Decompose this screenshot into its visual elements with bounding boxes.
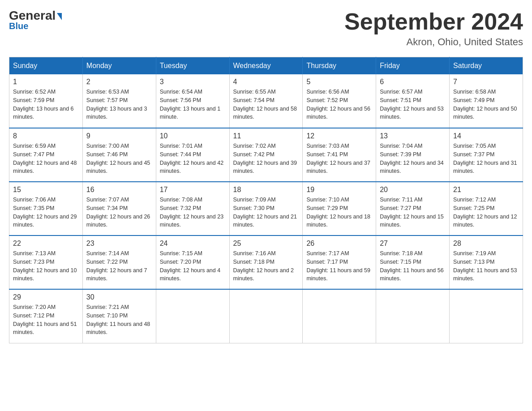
logo: General Blue bbox=[9, 9, 62, 31]
calendar-cell: 26 Sunrise: 7:17 AM Sunset: 7:17 PM Dayl… bbox=[303, 235, 376, 289]
sunrise-label: Sunrise: 7:05 AM bbox=[453, 143, 496, 149]
sunset-label: Sunset: 7:37 PM bbox=[453, 151, 494, 158]
daylight-label: Daylight: 11 hours and 51 minutes. bbox=[13, 321, 77, 336]
day-info: Sunrise: 7:13 AM Sunset: 7:23 PM Dayligh… bbox=[13, 249, 79, 283]
logo-blue: Blue bbox=[9, 21, 28, 31]
sunset-label: Sunset: 7:25 PM bbox=[453, 205, 494, 211]
day-info: Sunrise: 7:21 AM Sunset: 7:10 PM Dayligh… bbox=[86, 303, 152, 337]
sunrise-label: Sunrise: 6:59 AM bbox=[13, 143, 56, 149]
calendar-cell bbox=[229, 289, 303, 343]
day-number: 7 bbox=[453, 78, 519, 86]
calendar-cell: 20 Sunrise: 7:11 AM Sunset: 7:27 PM Dayl… bbox=[376, 182, 450, 235]
calendar-cell: 9 Sunrise: 7:00 AM Sunset: 7:46 PM Dayli… bbox=[82, 128, 156, 182]
day-number: 18 bbox=[233, 186, 299, 194]
daylight-label: Daylight: 12 hours and 10 minutes. bbox=[13, 267, 77, 282]
daylight-label: Daylight: 12 hours and 48 minutes. bbox=[13, 160, 77, 175]
daylight-label: Daylight: 12 hours and 31 minutes. bbox=[453, 160, 517, 175]
calendar-cell: 3 Sunrise: 6:54 AM Sunset: 7:56 PM Dayli… bbox=[156, 74, 229, 128]
calendar-week-row: 29 Sunrise: 7:20 AM Sunset: 7:12 PM Dayl… bbox=[9, 289, 523, 343]
calendar-cell: 24 Sunrise: 7:15 AM Sunset: 7:20 PM Dayl… bbox=[156, 235, 229, 289]
day-number: 1 bbox=[13, 78, 79, 86]
day-header-thursday: Thursday bbox=[303, 57, 376, 75]
sunrise-label: Sunrise: 7:07 AM bbox=[86, 197, 129, 203]
day-number: 3 bbox=[160, 78, 226, 86]
sunrise-label: Sunrise: 7:02 AM bbox=[233, 143, 276, 149]
sunset-label: Sunset: 7:27 PM bbox=[380, 205, 421, 211]
daylight-label: Daylight: 12 hours and 29 minutes. bbox=[13, 214, 77, 228]
day-info: Sunrise: 7:18 AM Sunset: 7:15 PM Dayligh… bbox=[380, 249, 446, 283]
day-info: Sunrise: 7:07 AM Sunset: 7:34 PM Dayligh… bbox=[86, 196, 152, 229]
daylight-label: Daylight: 12 hours and 15 minutes. bbox=[380, 214, 443, 228]
daylight-label: Daylight: 12 hours and 45 minutes. bbox=[86, 160, 150, 175]
day-number: 25 bbox=[233, 240, 299, 248]
daylight-label: Daylight: 13 hours and 3 minutes. bbox=[86, 106, 147, 120]
daylight-label: Daylight: 12 hours and 56 minutes. bbox=[306, 106, 370, 120]
sunset-label: Sunset: 7:20 PM bbox=[160, 259, 201, 265]
sunrise-label: Sunrise: 7:10 AM bbox=[306, 197, 349, 203]
daylight-label: Daylight: 12 hours and 21 minutes. bbox=[233, 214, 297, 228]
sunset-label: Sunset: 7:18 PM bbox=[233, 259, 275, 265]
day-info: Sunrise: 7:14 AM Sunset: 7:22 PM Dayligh… bbox=[86, 249, 152, 283]
day-number: 21 bbox=[453, 186, 519, 194]
daylight-label: Daylight: 11 hours and 56 minutes. bbox=[380, 267, 443, 282]
daylight-label: Daylight: 13 hours and 1 minute. bbox=[160, 106, 221, 120]
sunset-label: Sunset: 7:15 PM bbox=[380, 259, 421, 265]
sunset-label: Sunset: 7:32 PM bbox=[160, 205, 201, 211]
day-info: Sunrise: 6:56 AM Sunset: 7:52 PM Dayligh… bbox=[306, 88, 372, 121]
day-number: 28 bbox=[453, 240, 519, 248]
sunrise-label: Sunrise: 7:08 AM bbox=[160, 197, 202, 203]
calendar-cell: 5 Sunrise: 6:56 AM Sunset: 7:52 PM Dayli… bbox=[303, 74, 376, 128]
daylight-label: Daylight: 12 hours and 53 minutes. bbox=[380, 106, 443, 120]
calendar-cell: 11 Sunrise: 7:02 AM Sunset: 7:42 PM Dayl… bbox=[229, 128, 303, 182]
calendar-cell: 7 Sunrise: 6:58 AM Sunset: 7:49 PM Dayli… bbox=[450, 74, 523, 128]
day-header-tuesday: Tuesday bbox=[156, 57, 229, 75]
calendar-cell: 14 Sunrise: 7:05 AM Sunset: 7:37 PM Dayl… bbox=[450, 128, 523, 182]
calendar-table: SundayMondayTuesdayWednesdayThursdayFrid… bbox=[9, 57, 523, 343]
day-info: Sunrise: 7:03 AM Sunset: 7:41 PM Dayligh… bbox=[306, 142, 372, 176]
day-header-friday: Friday bbox=[376, 57, 450, 75]
sunset-label: Sunset: 7:54 PM bbox=[233, 97, 275, 103]
day-number: 24 bbox=[160, 240, 226, 248]
sunset-label: Sunset: 7:29 PM bbox=[306, 205, 348, 211]
calendar-cell: 22 Sunrise: 7:13 AM Sunset: 7:23 PM Dayl… bbox=[9, 235, 83, 289]
day-number: 29 bbox=[13, 293, 79, 301]
sunset-label: Sunset: 7:22 PM bbox=[86, 259, 128, 265]
day-info: Sunrise: 7:19 AM Sunset: 7:13 PM Dayligh… bbox=[453, 249, 519, 283]
day-number: 4 bbox=[233, 78, 299, 86]
page-header: General Blue September 2024 Akron, Ohio,… bbox=[9, 9, 523, 48]
calendar-cell: 1 Sunrise: 6:52 AM Sunset: 7:59 PM Dayli… bbox=[9, 74, 83, 128]
sunrise-label: Sunrise: 7:13 AM bbox=[13, 250, 56, 257]
day-info: Sunrise: 6:55 AM Sunset: 7:54 PM Dayligh… bbox=[233, 88, 299, 121]
sunrise-label: Sunrise: 7:12 AM bbox=[453, 197, 496, 203]
day-header-sunday: Sunday bbox=[9, 57, 83, 75]
calendar-cell: 2 Sunrise: 6:53 AM Sunset: 7:57 PM Dayli… bbox=[82, 74, 156, 128]
calendar-cell: 12 Sunrise: 7:03 AM Sunset: 7:41 PM Dayl… bbox=[303, 128, 376, 182]
daylight-label: Daylight: 12 hours and 23 minutes. bbox=[160, 214, 223, 228]
day-header-saturday: Saturday bbox=[450, 57, 523, 75]
sunrise-label: Sunrise: 6:54 AM bbox=[160, 89, 202, 95]
day-number: 9 bbox=[86, 132, 152, 140]
sunset-label: Sunset: 7:59 PM bbox=[13, 97, 54, 103]
day-info: Sunrise: 6:54 AM Sunset: 7:56 PM Dayligh… bbox=[160, 88, 226, 121]
day-number: 5 bbox=[306, 78, 372, 86]
calendar-cell: 21 Sunrise: 7:12 AM Sunset: 7:25 PM Dayl… bbox=[450, 182, 523, 235]
day-header-wednesday: Wednesday bbox=[229, 57, 303, 75]
month-year-title: September 2024 bbox=[344, 9, 523, 34]
day-info: Sunrise: 7:12 AM Sunset: 7:25 PM Dayligh… bbox=[453, 196, 519, 229]
sunrise-label: Sunrise: 6:55 AM bbox=[233, 89, 276, 95]
day-number: 11 bbox=[233, 132, 299, 140]
daylight-label: Daylight: 12 hours and 2 minutes. bbox=[233, 267, 294, 282]
sunrise-label: Sunrise: 6:52 AM bbox=[13, 89, 56, 95]
sunrise-label: Sunrise: 7:15 AM bbox=[160, 250, 202, 257]
daylight-label: Daylight: 11 hours and 48 minutes. bbox=[86, 321, 150, 336]
day-number: 30 bbox=[86, 293, 152, 301]
sunset-label: Sunset: 7:30 PM bbox=[233, 205, 275, 211]
day-number: 6 bbox=[380, 78, 446, 86]
day-info: Sunrise: 7:04 AM Sunset: 7:39 PM Dayligh… bbox=[380, 142, 446, 176]
sunrise-label: Sunrise: 7:11 AM bbox=[380, 197, 422, 203]
calendar-cell: 30 Sunrise: 7:21 AM Sunset: 7:10 PM Dayl… bbox=[82, 289, 156, 343]
daylight-label: Daylight: 12 hours and 4 minutes. bbox=[160, 267, 221, 282]
calendar-cell: 29 Sunrise: 7:20 AM Sunset: 7:12 PM Dayl… bbox=[9, 289, 83, 343]
sunrise-label: Sunrise: 6:58 AM bbox=[453, 89, 496, 95]
day-number: 26 bbox=[306, 240, 372, 248]
